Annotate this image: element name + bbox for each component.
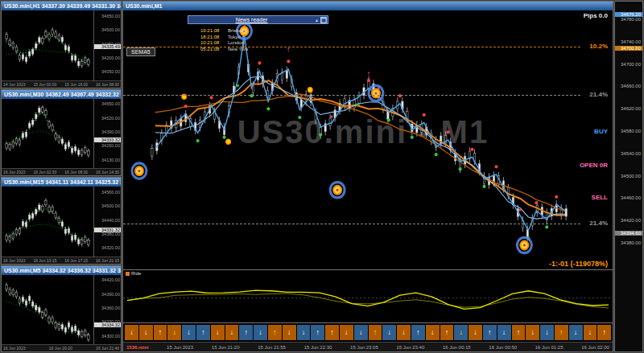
price-tick: 34500.00 [101,203,120,208]
signal-arrow-cell: ↓ [340,325,353,340]
price-tick: 34460.00 [621,195,641,200]
mini-time-axis-m5[interactable]: 16 Jun 202316 Jun 20:2016 Jun 21:40 [2,344,121,351]
signal-arrow-cell: ↓ [182,325,196,340]
signal-arrow-cell: ↑ [239,325,253,340]
price-tick: 34260.00 [101,143,120,148]
time-tick: 16 Jun 01:25 [535,345,564,350]
buy-label[interactable]: BUY [594,128,608,135]
session-row: 05:21:08New York [200,47,248,53]
signal-arrow-cell: ↑ [597,325,611,340]
pnl-readout: -1:-01 (-119078%) [549,260,608,268]
mini-chart-canvas-m15[interactable] [2,187,93,257]
time-tick: 15 Jun 22:30 [304,345,332,350]
news-reader-label[interactable]: News reader [188,17,315,23]
price-tick: 34050.00 [101,69,120,74]
signal-arrow-cell: ↑ [154,325,167,340]
oscillator-canvas[interactable] [123,270,613,322]
mini-chart-title: US30.mini,M5 34334.32 34336.32 34331.32 … [4,268,121,273]
signal-arrow-cell: ↓ [211,325,225,340]
time-tick: 16 Jun 00:15 [443,345,471,350]
mini-time-axis-m15[interactable]: 16 Jun 202316 Jun 13:1516 Jun 17:1516 Ju… [2,257,121,264]
workspace: US30.mini,H1 34337.30 34339.49 34331.30 … [0,0,644,353]
price-tick: 34320.00 [101,245,120,250]
oscillator-label: Ride [126,271,141,276]
time-tick: 15 Jun 21:55 [258,345,286,350]
pips-readout: Pips 0.0 [584,12,608,19]
fib-line-bottom [123,224,580,224]
time-tick: 16 Jun 2023 [3,170,26,174]
news-reader-bar[interactable]: News reader ▲ ▦ [188,15,328,24]
fib-label-bottom: 21.4% [589,220,608,227]
signal-arrow-cell: ↓ [225,325,239,340]
signal-arrow-cell: ↓ [167,325,181,340]
signal-arrow-cell: ↓ [283,325,296,340]
mini-chart-window-m15: US30.mini,M15 34341.11 34342.11 34325.32… [1,177,122,265]
price-marker-badge: 34700.60 [615,46,642,51]
signal-arrow-cell: ↓ [382,325,396,340]
mini-chart-titlebar-m30[interactable]: US30.mini,M30 34362.49 34367.49 34332.32… [2,90,121,99]
price-tick: 34420.00 [101,277,120,282]
price-tick: 34650.00 [101,14,120,18]
time-tick: 16 Jun 2023 [3,346,26,351]
mini-chart-titlebar-m5[interactable]: US30.mini,M5 34334.32 34336.32 34331.32 … [2,266,121,275]
news-grid-icon[interactable]: ▦ [320,17,327,23]
current-price-badge: 34335.49 [94,44,121,49]
mini-price-axis-m15[interactable]: 34560.0034500.0034440.0034380.0034320.00… [93,187,121,257]
time-tick: 16 Jun 20:20 [49,346,72,351]
time-tick: 15 Jun 23:05 [350,345,378,350]
oscillator-subwindow: Ride [123,269,613,322]
signal-arrow-cell: ↓ [526,325,539,340]
signal-arrow-cell: ↑ [311,325,324,340]
collapse-caret-icon[interactable]: ▲ [315,18,319,23]
signal-arrow-cell: ↓ [569,325,583,340]
signal-arrow-cell: ↓ [584,325,597,340]
signal-arrow-band: ↓↓↑↓↓↑↓↓↑↓↑↓↓↑↑↓↓↑↓↓↑↓↑↓↓↑↓↑↓↓↑↓↓↑ [123,322,613,342]
signal-arrow-cell: ↓ [139,325,153,340]
time-tick: 16 Jun 02:00 [581,345,609,350]
price-tick: 34620.00 [621,106,641,111]
sema5-button[interactable]: SEMA5 [126,47,155,56]
main-price-axis[interactable]: 34780.0034740.0034700.0034660.0034620.00… [614,1,643,352]
signal-arrow-cell: ↑ [369,325,382,340]
mini-chart-window-h1: US30.mini,H1 34337.30 34339.49 34331.30 … [1,1,122,88]
signal-arrow-cell: ↓ [297,325,311,340]
main-time-axis[interactable]: 1536.mini 15 Jun 202315 Jun 21:2015 Jun … [123,342,613,351]
open-position-label[interactable]: OPEN 0R [580,162,608,169]
price-tick: 34540.00 [621,151,641,156]
time-tick: 16 Jun 2023 [3,258,26,263]
mini-chart-canvas-m5[interactable] [2,275,93,345]
price-tick: 34380.00 [621,240,641,245]
signal-arrow-cell: ↑ [512,325,526,340]
price-marker-badge: 34676.20 [615,12,642,17]
sell-label[interactable]: SELL [592,194,608,201]
time-tick: 15 Jun 00:00 [33,82,56,87]
mini-chart-title: US30.mini,M30 34362.49 34367.49 34332.32… [4,92,121,97]
session-city: London [228,40,244,45]
signal-arrow-cell: ↑ [196,325,210,340]
price-tick: 34780.00 [621,17,641,22]
price-tick: 34380.00 [101,232,120,236]
mini-chart-titlebar-m15[interactable]: US30.mini,M15 34341.11 34342.11 34325.32… [2,178,121,187]
main-chart-canvas[interactable]: ↑↑↑ [123,10,613,269]
signal-arrow-cell: ↓ [469,325,482,340]
mini-chart-titlebar-h1[interactable]: US30.mini,H1 34337.30 34339.49 34331.30 … [2,2,121,10]
mini-price-axis-m5[interactable]: 34420.0034390.0034360.0034330.0034300.00… [93,275,121,345]
price-tick: 34360.00 [101,306,120,310]
mini-chart-canvas-m30[interactable] [2,99,93,169]
session-time: 05:21:08 [200,47,228,53]
signal-arrow-cell: ↓ [454,325,468,340]
time-tick: 16 Jun 02:30 [33,170,56,174]
time-tick: 14 Jun 2023 [3,82,26,87]
main-chart-titlebar[interactable]: US30.mini,M1 [123,2,613,10]
mini-price-axis-h1[interactable]: 34650.0034500.0034350.0034200.0034050.00… [93,10,121,80]
mini-chart-canvas-h1[interactable] [2,10,93,80]
current-price-badge: 34334.32 [94,322,121,327]
price-tick: 34650.00 [101,101,120,106]
price-tick: 34390.00 [101,292,120,297]
mini-time-axis-h1[interactable]: 14 Jun 202315 Jun 00:0015 Jun 16:0016 Ju… [2,80,121,88]
mini-time-axis-m30[interactable]: 16 Jun 202316 Jun 02:3016 Jun 08:3016 Ju… [2,168,121,175]
mini-price-axis-m30[interactable]: 34650.0034520.0034390.0034260.0034130.00… [93,99,121,169]
price-tick: 34300.00 [101,334,120,339]
mini-chart-title: US30.mini,M15 34341.11 34342.11 34325.32… [4,179,121,185]
time-tick: 16 Jun 08:30 [64,170,88,174]
